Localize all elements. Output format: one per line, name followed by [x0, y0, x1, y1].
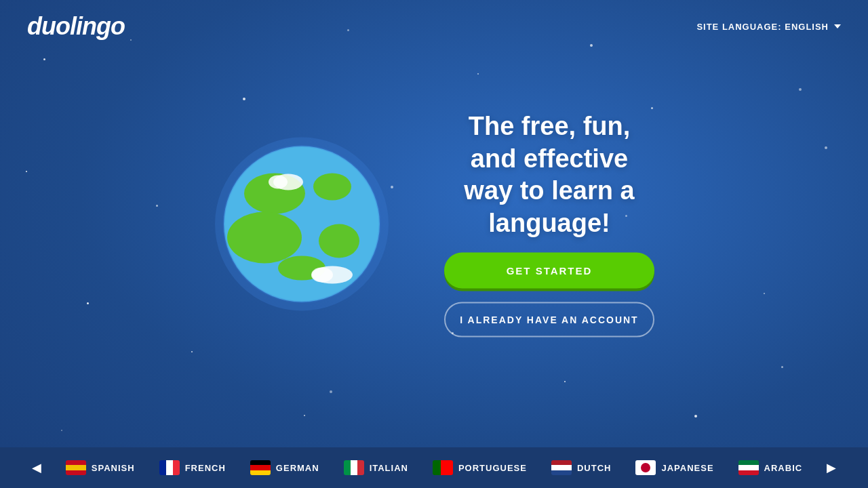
tagline: The free, fun, and effective way to lear…: [444, 110, 654, 239]
language-item-french[interactable]: FRENCH: [147, 447, 238, 488]
svg-point-8: [269, 175, 288, 188]
flag-french: [159, 460, 180, 475]
language-label-french: FRENCH: [185, 463, 226, 473]
globe-illustration: [214, 136, 390, 312]
language-bar-prev-button[interactable]: ◀: [20, 447, 54, 488]
language-item-portuguese[interactable]: PORTUGUESE: [420, 447, 539, 488]
language-item-japanese[interactable]: JAPANESE: [623, 447, 726, 488]
get-started-button[interactable]: GET STARTED: [444, 253, 654, 289]
flag-arabic: [738, 460, 759, 475]
language-bar: ◀ SPANISH FRENCH GERMAN ITALIAN PORTUGUE…: [0, 447, 868, 488]
flag-italian: [344, 460, 364, 475]
language-item-spanish[interactable]: SPANISH: [54, 447, 147, 488]
main-content: The free, fun, and effective way to lear…: [214, 110, 654, 338]
language-item-dutch[interactable]: DUTCH: [539, 447, 624, 488]
language-label-arabic: ARABIC: [764, 463, 803, 473]
svg-point-10: [311, 267, 333, 282]
flag-dutch: [551, 460, 572, 475]
svg-point-5: [319, 224, 359, 258]
language-label-italian: ITALIAN: [370, 463, 408, 473]
have-account-button[interactable]: I ALREADY HAVE AN ACCOUNT: [444, 302, 654, 338]
language-item-italian[interactable]: ITALIAN: [332, 447, 420, 488]
chevron-down-icon: [834, 24, 841, 28]
language-label-dutch: DUTCH: [577, 463, 612, 473]
language-bar-next-button[interactable]: ▶: [814, 447, 848, 488]
language-item-german[interactable]: GERMAN: [238, 447, 332, 488]
language-item-arabic[interactable]: ARABIC: [726, 447, 815, 488]
svg-point-4: [227, 211, 302, 263]
language-label-german: GERMAN: [276, 463, 319, 473]
language-label-japanese: JAPANESE: [661, 463, 713, 473]
language-label-spanish: SPANISH: [92, 463, 135, 473]
flag-portuguese: [433, 460, 453, 475]
flag-japanese: [635, 460, 656, 475]
site-language-label: SITE LANGUAGE: ENGLISH: [696, 22, 829, 32]
header: duolingo SITE LANGUAGE: ENGLISH: [0, 0, 868, 53]
flag-german: [250, 460, 271, 475]
svg-point-3: [313, 173, 351, 200]
site-language-selector[interactable]: SITE LANGUAGE: ENGLISH: [696, 22, 841, 32]
logo: duolingo: [27, 12, 125, 41]
language-label-portuguese: PORTUGUESE: [458, 463, 527, 473]
flag-spanish: [66, 460, 86, 475]
right-content: The free, fun, and effective way to lear…: [444, 110, 654, 338]
